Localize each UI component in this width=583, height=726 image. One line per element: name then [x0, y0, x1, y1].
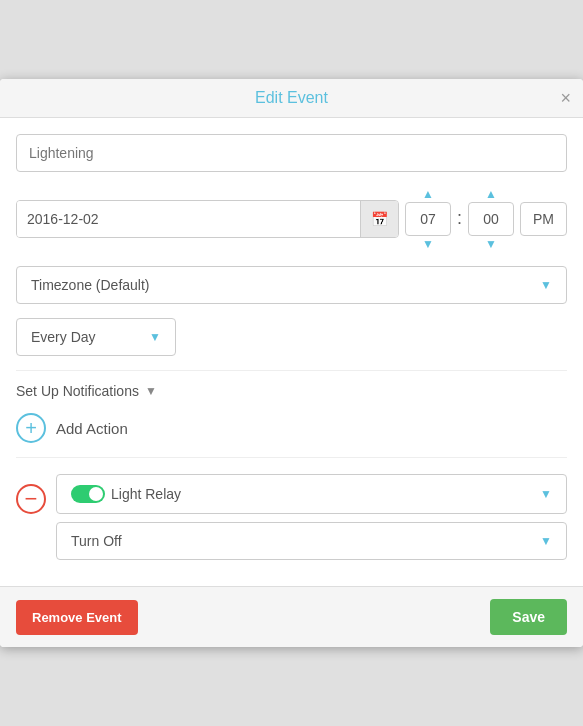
- modal-header: Edit Event ×: [0, 79, 583, 118]
- frequency-chevron-icon: ▼: [149, 330, 161, 344]
- frequency-label: Every Day: [31, 329, 96, 345]
- command-select[interactable]: Turn Off ▼: [56, 522, 567, 560]
- device-chevron-icon: ▼: [540, 487, 552, 501]
- timezone-select[interactable]: Timezone (Default) ▼: [16, 266, 567, 304]
- plus-icon: +: [25, 418, 37, 438]
- edit-event-modal: Edit Event × 📅 ▲ ▼ : ▲: [0, 79, 583, 647]
- minus-icon: −: [25, 486, 38, 512]
- date-input[interactable]: [17, 201, 360, 237]
- hour-up-button[interactable]: ▲: [418, 186, 438, 202]
- remove-event-button[interactable]: Remove Event: [16, 600, 138, 635]
- notifications-chevron-icon: ▼: [145, 384, 157, 398]
- ampm-button[interactable]: PM: [520, 202, 567, 236]
- hour-input[interactable]: [405, 202, 451, 236]
- modal-body: 📅 ▲ ▼ : ▲ ▼ PM Timezone (Default) ▼: [0, 118, 583, 586]
- hour-spinner: ▲ ▼: [405, 186, 451, 252]
- calendar-icon-button[interactable]: 📅: [360, 201, 398, 237]
- calendar-icon: 📅: [371, 211, 388, 227]
- notifications-row[interactable]: Set Up Notifications ▼: [16, 383, 567, 399]
- save-button[interactable]: Save: [490, 599, 567, 635]
- command-label: Turn Off: [71, 533, 122, 549]
- minute-input[interactable]: [468, 202, 514, 236]
- minute-up-button[interactable]: ▲: [481, 186, 501, 202]
- hour-down-button[interactable]: ▼: [418, 236, 438, 252]
- time-colon: :: [457, 208, 462, 231]
- frequency-select[interactable]: Every Day ▼: [16, 318, 176, 356]
- minute-spinner: ▲ ▼: [468, 186, 514, 252]
- close-button[interactable]: ×: [560, 89, 571, 107]
- timezone-chevron-icon: ▼: [540, 278, 552, 292]
- device-name-label: Light Relay: [111, 486, 181, 502]
- divider-1: [16, 370, 567, 371]
- toggle-on-icon: [71, 485, 105, 503]
- add-action-row: + Add Action: [16, 413, 567, 458]
- add-action-label: Add Action: [56, 420, 128, 437]
- modal-title: Edit Event: [255, 89, 328, 107]
- modal-footer: Remove Event Save: [0, 586, 583, 647]
- device-select[interactable]: Light Relay ▼: [56, 474, 567, 514]
- minute-down-button[interactable]: ▼: [481, 236, 501, 252]
- event-name-input[interactable]: [16, 134, 567, 172]
- date-input-wrap: 📅: [16, 200, 399, 238]
- toggle-green: Light Relay: [71, 485, 181, 503]
- timezone-label: Timezone (Default): [31, 277, 150, 293]
- notifications-label: Set Up Notifications: [16, 383, 139, 399]
- datetime-row: 📅 ▲ ▼ : ▲ ▼ PM: [16, 186, 567, 252]
- add-action-button[interactable]: +: [16, 413, 46, 443]
- remove-action-button[interactable]: −: [16, 484, 46, 514]
- action-item: − Light Relay ▼ Turn Off ▼: [16, 474, 567, 560]
- command-chevron-icon: ▼: [540, 534, 552, 548]
- action-selects: Light Relay ▼ Turn Off ▼: [56, 474, 567, 560]
